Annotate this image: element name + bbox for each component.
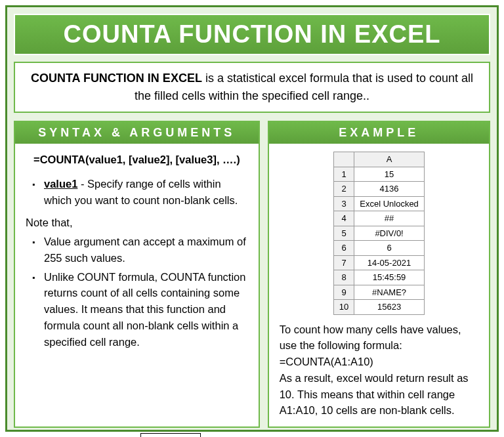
example-table: A 115 24136 3Excel Unlocked 4## 5#DIV/0!…	[333, 152, 425, 315]
table-row-num: 6	[333, 241, 354, 256]
table-row-num: 3	[333, 196, 354, 211]
syntax-body: =COUNTA(value1, [value2], [value3], ….) …	[15, 144, 259, 360]
table-corner	[333, 152, 354, 167]
table-cell: #NAME?	[354, 285, 425, 300]
example-text: To count how many cells have values, use…	[280, 322, 478, 354]
syntax-formula: =COUNTA(value1, [value2], [value3], ….)	[26, 152, 248, 168]
table-cell: 4136	[354, 182, 425, 197]
table-row-num: 9	[333, 285, 354, 300]
table-cell: 15	[354, 167, 425, 182]
table-cell: 14-05-2021	[354, 255, 425, 270]
footer: EXCEL Unlcked https://excelunlocked.com/…	[14, 433, 490, 437]
table-cell: #DIV/0!	[354, 226, 425, 241]
example-body: A 115 24136 3Excel Unlocked 4## 5#DIV/0!…	[269, 144, 489, 427]
table-row-num: 2	[333, 182, 354, 197]
example-formula: =COUNTA(A1:A10)	[280, 354, 478, 370]
syntax-header: SYNTAX & ARGUMENTS	[15, 122, 259, 144]
title-bar: COUNTA FUNCTION IN EXCEL	[14, 14, 490, 55]
example-header: EXAMPLE	[269, 122, 489, 144]
argument-name: value1	[44, 178, 77, 190]
description-bold: COUNTA FUNCTION IN EXCEL	[31, 72, 202, 85]
argument-list: value1 - Specify range of cells within w…	[26, 176, 248, 209]
note-item: Unlike COUNT formula, COUNTA function re…	[35, 269, 248, 350]
table-cell: 15623	[354, 300, 425, 315]
page-title: COUNTA FUNCTION IN EXCEL	[20, 20, 484, 49]
note-label: Note that,	[26, 215, 248, 231]
content-columns: SYNTAX & ARGUMENTS =COUNTA(value1, [valu…	[14, 121, 490, 428]
table-cell: Excel Unlocked	[354, 196, 425, 211]
table-row-num: 1	[333, 167, 354, 182]
table-row-num: 10	[333, 300, 354, 315]
table-row-num: 4	[333, 211, 354, 226]
table-col-header: A	[354, 152, 425, 167]
table-row-num: 7	[333, 255, 354, 270]
notes-list: Value argument can accept a maximum of 2…	[26, 234, 248, 350]
logo: EXCEL Unlcked	[140, 433, 201, 437]
table-cell: ##	[354, 211, 425, 226]
table-row-num: 5	[333, 226, 354, 241]
table-cell: 15:45:59	[354, 270, 425, 285]
table-cell: 6	[354, 241, 425, 256]
example-column: EXAMPLE A 115 24136 3Excel Unlocked 4## …	[268, 121, 490, 428]
example-result: As a result, excel would return result a…	[280, 370, 478, 419]
table-row-num: 8	[333, 270, 354, 285]
argument-item: value1 - Specify range of cells within w…	[35, 176, 248, 209]
infographic-container: COUNTA FUNCTION IN EXCEL COUNTA FUNCTION…	[5, 5, 499, 432]
note-item: Value argument can accept a maximum of 2…	[35, 234, 248, 266]
syntax-column: SYNTAX & ARGUMENTS =COUNTA(value1, [valu…	[14, 121, 260, 428]
description-box: COUNTA FUNCTION IN EXCEL is a statistica…	[14, 62, 490, 113]
